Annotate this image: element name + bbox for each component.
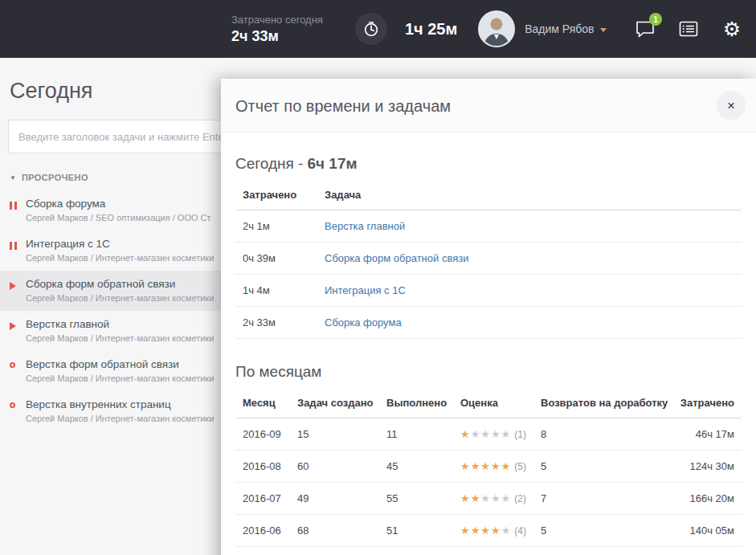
report-list-icon <box>679 21 698 37</box>
gear-icon: ⚙ <box>723 19 741 39</box>
today-table: Затрачено Задача 2ч 1мВерстка главной0ч … <box>235 182 742 339</box>
task-status-circle-icon[interactable] <box>10 402 15 408</box>
reports-button[interactable] <box>677 18 700 40</box>
task-link[interactable]: Сборка форума <box>317 316 742 329</box>
user-name: Вадим Рябов <box>525 22 594 35</box>
stars-filled: ★★★★★ <box>460 460 511 472</box>
close-button[interactable]: × <box>717 91 746 120</box>
time-spent: 2ч 33м <box>235 316 317 329</box>
tasks-created: 60 <box>290 460 379 472</box>
today-table-header: Затрачено Задача <box>235 182 742 210</box>
tasks-done: 45 <box>379 460 453 472</box>
spent-today-label: Затрачено сегодня <box>231 14 323 26</box>
tasks-done: 11 <box>379 428 453 440</box>
report-panel-body: Сегодня -6ч 17м Затрачено Задача 2ч 1мВе… <box>221 133 756 555</box>
time-spent-total: 166ч 20м <box>672 492 742 504</box>
collapse-triangle-icon: ▼ <box>10 174 16 182</box>
tasks-created: 68 <box>290 524 379 537</box>
stars-filled: ★★★★ <box>460 524 501 537</box>
month: 2016-08 <box>235 460 290 472</box>
report-panel: Отчет по времени и задачам × Сегодня -6ч… <box>221 79 756 555</box>
stars-empty: ★★★★ <box>471 428 512 440</box>
main-area: Сегодня ▼ ПРОСРОЧЕНО Сборка форумаСергей… <box>0 79 756 555</box>
task-link[interactable]: Сборка форм обратной связи <box>317 252 742 264</box>
monthly-report-row: 2016-086045★★★★★(5)5124ч 30м <box>235 451 742 483</box>
rating-stars: ★★★★★(1) <box>453 428 533 440</box>
task-link[interactable]: Верстка главной <box>317 220 742 232</box>
panel-title: Отчет по времени и задачам <box>235 97 708 116</box>
rating-count: (2) <box>514 493 526 504</box>
returns-count: 8 <box>533 428 672 440</box>
user-menu[interactable]: Вадим Рябов <box>478 10 606 47</box>
chevron-down-icon <box>600 28 607 32</box>
tasks-created: 49 <box>290 492 379 504</box>
task-status-play-icon[interactable] <box>10 322 16 330</box>
chat-badge: 1 <box>649 13 662 26</box>
monthly-report-row: 2016-074955★★★★★(2)7166ч 20м <box>235 483 742 515</box>
month: 2016-07 <box>235 492 290 504</box>
time-spent-total: 46ч 17м <box>672 428 742 440</box>
stars-empty: ★ <box>501 524 512 537</box>
time-spent: 0ч 39м <box>235 252 317 264</box>
monthly-report-row: 2016-091511★★★★★(1)846ч 17м <box>235 418 742 451</box>
time-spent-total: 140ч 05м <box>672 524 742 537</box>
col-month: Месяц <box>235 397 290 409</box>
today-report-row: 2ч 33мСборка форума <box>235 307 742 339</box>
rating-count: (5) <box>514 461 526 472</box>
col-time-spent: Затрачено <box>235 189 317 201</box>
task-link[interactable]: Интеграция с 1С <box>317 284 742 296</box>
rating-count: (4) <box>514 525 526 537</box>
section-label: ПРОСРОЧЕНО <box>22 173 88 182</box>
chat-button[interactable]: 1 <box>634 18 656 40</box>
tasks-done: 55 <box>379 492 453 504</box>
task-status-pause-icon[interactable] <box>10 202 17 210</box>
time-spent: 2ч 1м <box>235 220 317 232</box>
returns-count: 5 <box>533 460 672 472</box>
timer-value: 1ч 25м <box>405 20 457 39</box>
time-spent-total: 124ч 30м <box>672 460 742 472</box>
time-spent: 1ч 4м <box>235 284 317 296</box>
returns-count: 7 <box>533 492 672 504</box>
task-status-play-icon[interactable] <box>10 282 16 290</box>
returns-count: 5 <box>533 524 672 537</box>
month: 2016-06 <box>235 524 290 537</box>
monthly-table: Месяц Задач создано Выполнено Оценка Воз… <box>235 390 742 555</box>
timer-button[interactable] <box>355 13 387 45</box>
col-task: Задача <box>317 189 742 201</box>
task-status-pause-icon[interactable] <box>10 242 17 250</box>
topbar: Затрачено сегодня 2ч 33м 1ч 25м Вадим Ря… <box>0 0 756 58</box>
avatar[interactable] <box>478 10 515 47</box>
settings-button[interactable]: ⚙ <box>721 18 743 40</box>
monthly-report-row: 2016-066851★★★★★(4)5140ч 05м <box>235 515 742 547</box>
today-summary-heading: Сегодня -6ч 17м <box>235 155 742 173</box>
rating-stars: ★★★★★(5) <box>453 460 533 472</box>
today-report-row: 2ч 1мВерстка главной <box>235 210 742 243</box>
monthly-table-body: 2016-091511★★★★★(1)846ч 17м2016-086045★★… <box>235 418 742 555</box>
rating-stars: ★★★★★(4) <box>453 524 533 537</box>
monthly-report-row: 2016-053942★★★★★(3)10146ч 15м <box>235 547 742 555</box>
spent-today-block: Затрачено сегодня 2ч 33м <box>231 14 323 45</box>
spent-today-value: 2ч 33м <box>231 28 323 45</box>
task-status-circle-icon[interactable] <box>10 362 15 368</box>
clock-icon <box>362 20 380 38</box>
col-returns: Возвратов на доработку <box>533 397 672 409</box>
rating-stars: ★★★★★(2) <box>453 492 533 504</box>
stars-filled: ★ <box>460 428 471 440</box>
report-panel-header: Отчет по времени и задачам × <box>221 79 756 133</box>
rating-count: (1) <box>514 429 526 440</box>
stars-filled: ★★ <box>460 492 480 504</box>
month: 2016-09 <box>235 428 290 440</box>
monthly-heading: По месяцам <box>235 363 742 381</box>
col-tasks-created: Задач создано <box>290 397 379 409</box>
monthly-table-header: Месяц Задач создано Выполнено Оценка Воз… <box>235 390 742 418</box>
today-total-time: 6ч 17м <box>307 155 357 172</box>
tasks-done: 51 <box>379 524 453 537</box>
stars-empty: ★★★ <box>480 492 511 504</box>
col-rating: Оценка <box>453 397 533 409</box>
topbar-icons: 1 ⚙ <box>634 18 756 40</box>
today-table-body: 2ч 1мВерстка главной0ч 39мСборка форм об… <box>235 210 742 339</box>
today-report-row: 1ч 4мИнтеграция с 1С <box>235 275 742 307</box>
tasks-created: 15 <box>290 428 379 440</box>
today-report-row: 0ч 39мСборка форм обратной связи <box>235 243 742 275</box>
col-tasks-done: Выполнено <box>379 397 453 409</box>
